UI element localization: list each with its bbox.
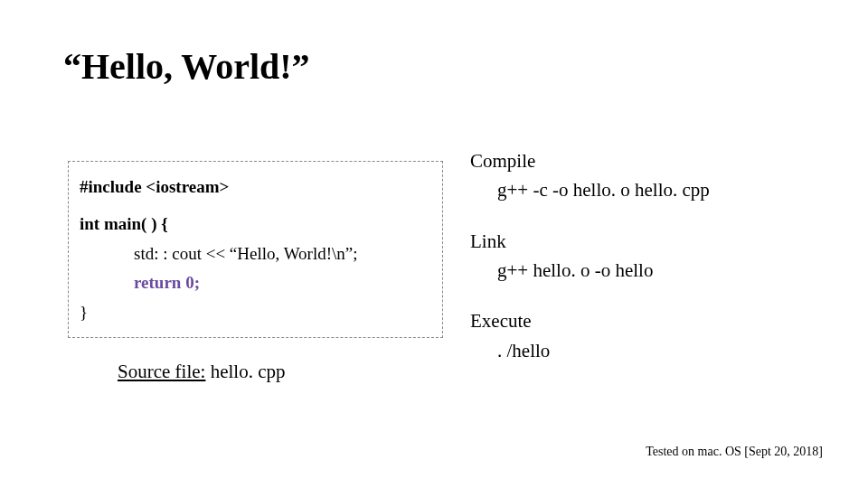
- code-blank-line: [80, 202, 431, 208]
- return-keyword: return: [134, 273, 181, 292]
- code-line-include: #include <iostream>: [80, 174, 431, 200]
- link-command: g++ hello. o -o hello: [470, 258, 841, 283]
- code-line-main: int main( ) {: [80, 211, 431, 237]
- execute-command: . /hello: [470, 338, 841, 363]
- compile-label: Compile: [470, 148, 841, 174]
- source-file-label: Source file: hello. cpp: [68, 361, 448, 383]
- slide: “Hello, World!” #include <iostream> int …: [0, 0, 868, 488]
- execute-label: Execute: [470, 308, 841, 333]
- right-column: Compile g++ -c -o hello. o hello. cpp Li…: [470, 136, 841, 376]
- code-line-close: }: [80, 299, 431, 325]
- footer-note: Tested on mac. OS [Sept 20, 2018]: [646, 445, 823, 459]
- source-file-underline: Source file:: [118, 361, 205, 382]
- slide-title: “Hello, World!”: [63, 45, 310, 88]
- code-box: #include <iostream> int main( ) { std: :…: [68, 161, 443, 338]
- left-column: #include <iostream> int main( ) { std: :…: [68, 161, 448, 383]
- compile-command: g++ -c -o hello. o hello. cpp: [470, 177, 841, 202]
- link-label: Link: [470, 229, 841, 254]
- code-line-return: return 0;: [80, 269, 431, 296]
- source-file-name: hello. cpp: [205, 361, 285, 382]
- return-value: 0;: [185, 273, 200, 292]
- code-line-cout: std: : cout << “Hello, World!\n”;: [80, 240, 431, 267]
